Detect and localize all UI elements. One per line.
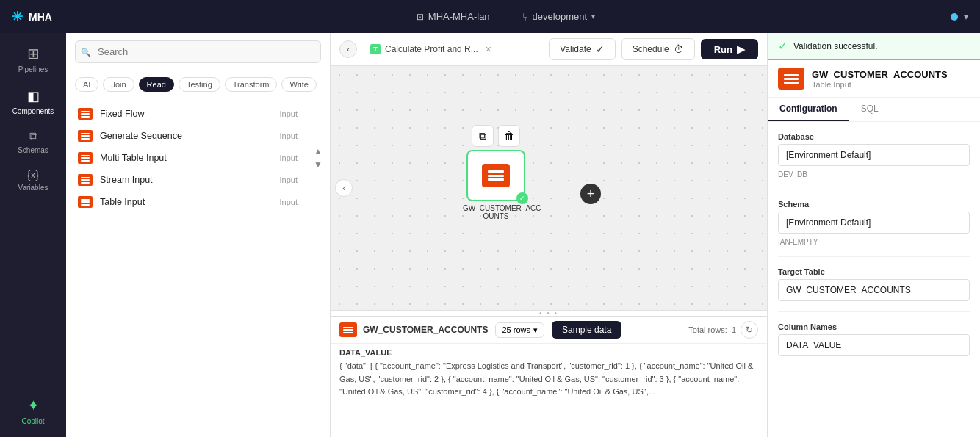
comp-icon-fixed-flow <box>78 108 93 120</box>
config-body: Database DEV_DB Schema IAN-EMPTY Target … <box>768 122 980 366</box>
sample-data-btn[interactable]: Sample data <box>552 321 621 339</box>
left-sidebar: ⊞ Pipelines ◧ Components ⧉ Schemas {x} V… <box>0 33 66 437</box>
sidebar-item-components[interactable]: ◧ Components <box>4 82 62 121</box>
config-node-header: GW_CUSTOMER_ACCOUNTS Table Input <box>768 60 980 98</box>
run-btn[interactable]: Run ▶ <box>701 39 758 59</box>
comp-icon-generate-sequence <box>78 130 93 142</box>
comp-type-fixed-flow: Input <box>280 109 298 118</box>
data-title-icon <box>339 322 357 337</box>
canvas-node[interactable]: ✓ <box>466 150 525 201</box>
sidebar-label-pipelines: Pipelines <box>18 65 48 73</box>
scroll-up-btn[interactable]: ▲ <box>312 145 324 157</box>
components-icon: ◧ <box>27 88 40 104</box>
comp-item-multi-table-input[interactable]: Multi Table Input Input <box>66 147 309 169</box>
resize-handle[interactable]: • • • <box>331 310 767 316</box>
validate-btn[interactable]: Validate ✓ <box>549 38 615 60</box>
tab-configuration[interactable]: Configuration <box>768 98 849 121</box>
comp-item-generate-sequence[interactable]: Generate Sequence Input <box>66 125 309 147</box>
comp-icon-multi-table-input <box>78 152 93 164</box>
tab-sql[interactable]: SQL <box>849 98 890 121</box>
pipeline-tab[interactable]: ⊡ MHA-MHA-lan <box>408 8 499 25</box>
hint-database: DEV_DB <box>778 170 970 178</box>
topbar-chevron-icon: ▾ <box>964 12 968 22</box>
comp-icon-stream-input <box>78 174 93 186</box>
tab-close-btn[interactable]: × <box>486 43 491 55</box>
schedule-btn[interactable]: Schedule ⏱ <box>621 38 695 60</box>
schedule-icon: ⏱ <box>674 43 684 55</box>
validation-check-icon: ✓ <box>778 39 788 53</box>
tag-ai[interactable]: AI <box>75 77 98 92</box>
config-tabs: Configuration SQL <box>768 98 980 122</box>
comp-item-stream-input[interactable]: Stream Input Input <box>66 169 309 191</box>
branch-selector[interactable]: ⑂ development ▾ <box>522 11 595 23</box>
input-database[interactable] <box>778 144 970 166</box>
node-copy-btn[interactable]: ⧉ <box>472 125 494 147</box>
tag-read[interactable]: Read <box>139 77 174 92</box>
canvas-actions: Validate ✓ Schedule ⏱ Run ▶ <box>549 38 758 60</box>
input-target-table[interactable] <box>778 279 970 301</box>
node-label: GW_CUSTOMER_ACCOUNTS <box>463 204 529 220</box>
scroll-down-btn[interactable]: ▼ <box>312 159 324 170</box>
divider-1 <box>778 189 970 189</box>
tag-join[interactable]: Join <box>103 77 134 92</box>
input-schema[interactable] <box>778 212 970 234</box>
data-panel-title: GW_CUSTOMER_ACCOUNTS <box>339 322 488 337</box>
search-wrap <box>75 40 321 63</box>
label-target-table: Target Table <box>778 267 970 276</box>
config-node-name: GW_CUSTOMER_ACCOUNTS <box>812 69 970 80</box>
sample-btn-label: Sample data <box>562 325 611 335</box>
schedule-label: Schedule <box>633 44 669 54</box>
tag-write[interactable]: Write <box>281 77 316 92</box>
comp-icon-table-input <box>78 196 93 208</box>
component-list: Fixed Flow Input Generate Sequence Input <box>66 98 330 437</box>
comp-name-table-input: Table Input <box>100 197 273 207</box>
sidebar-item-variables[interactable]: {x} Variables <box>4 163 62 198</box>
tag-transform[interactable]: Transform <box>225 77 278 92</box>
add-node-btn[interactable]: + <box>580 184 601 204</box>
config-panel: ✓ Validation successful. GW_CUSTOMER_ACC… <box>767 33 980 437</box>
node-wrapper: ⧉ 🗑 ✓ GW_CUSTOM <box>463 125 529 220</box>
comp-type-multi-table-input: Input <box>280 154 298 162</box>
run-label: Run <box>714 44 732 55</box>
search-bar <box>66 33 330 71</box>
data-panel: GW_CUSTOMER_ACCOUNTS 25 rows ▾ Sample da… <box>331 316 767 437</box>
app-logo[interactable]: ✳ MHA <box>12 9 52 25</box>
tag-testing[interactable]: Testing <box>179 77 220 92</box>
collapse-sidebar-btn[interactable]: ‹ <box>335 179 353 197</box>
field-column-names: Column Names <box>778 322 970 356</box>
field-database: Database DEV_DB <box>778 132 970 178</box>
config-node-info: GW_CUSTOMER_ACCOUNTS Table Input <box>812 69 970 89</box>
run-icon: ▶ <box>737 43 745 55</box>
logo-icon: ✳ <box>12 9 23 25</box>
sidebar-item-schemas[interactable]: ⧉ Schemas <box>4 124 62 160</box>
label-schema: Schema <box>778 200 970 209</box>
validation-message: Validation successful. <box>793 41 878 51</box>
schemas-icon: ⧉ <box>29 130 37 143</box>
row-count-select[interactable]: 25 rows ▾ <box>495 322 544 338</box>
topbar-center: ⊡ MHA-MHA-lan ⑂ development ▾ <box>70 8 933 25</box>
column-header: DATA_VALUE <box>339 344 758 360</box>
comp-name-generate-sequence: Generate Sequence <box>100 131 273 141</box>
pipeline-tab-label: MHA-MHA-lan <box>428 11 490 22</box>
canvas-tab[interactable]: T Calculate Profit and R... × <box>363 40 499 58</box>
comp-name-stream-input: Stream Input <box>100 175 273 185</box>
data-panel-node-name: GW_CUSTOMER_ACCOUNTS <box>363 325 488 335</box>
sidebar-item-copilot[interactable]: ✦ Copilot <box>4 391 62 431</box>
node-check-icon: ✓ <box>516 192 528 204</box>
input-column-names[interactable] <box>778 334 970 356</box>
comp-item-table-input[interactable]: Table Input Input <box>66 191 309 213</box>
branch-label: development <box>533 11 587 22</box>
app-name: MHA <box>29 11 52 23</box>
refresh-btn[interactable]: ↻ <box>741 321 758 339</box>
collapse-panel-btn[interactable]: ‹ <box>339 40 357 58</box>
pipeline-tab-icon: ⊡ <box>417 12 424 22</box>
config-node-type: Table Input <box>812 80 970 89</box>
branch-icon: ⑂ <box>522 11 528 23</box>
search-input[interactable] <box>75 40 321 63</box>
node-delete-btn[interactable]: 🗑 <box>498 125 520 147</box>
status-dot <box>951 13 958 21</box>
sidebar-item-pipelines[interactable]: ⊞ Pipelines <box>4 39 62 79</box>
data-row: { "data": [ { "account_name": "Express L… <box>339 360 758 399</box>
total-rows-label: Total rows: <box>688 325 727 334</box>
comp-item-fixed-flow[interactable]: Fixed Flow Input <box>66 103 309 125</box>
